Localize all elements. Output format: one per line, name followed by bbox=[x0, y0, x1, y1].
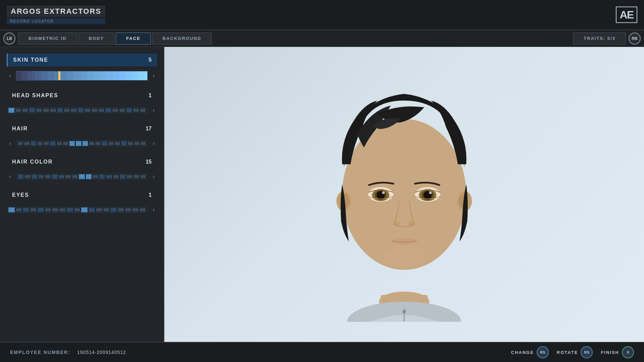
tab-face[interactable]: FACE bbox=[116, 33, 151, 45]
hair-prev[interactable]: ‹ bbox=[7, 140, 13, 147]
hair-color-prev[interactable]: ‹ bbox=[7, 173, 13, 180]
app-title: ARGOS EXTRACTORS bbox=[7, 6, 105, 17]
hair-color-slider-row: ‹ › bbox=[7, 171, 157, 185]
rotate-label: ROTATE bbox=[557, 350, 578, 355]
hair-track[interactable] bbox=[16, 141, 148, 146]
skin-tone-header[interactable]: SKIN TONE 5 bbox=[7, 54, 157, 66]
change-label: CHANGE bbox=[511, 350, 534, 355]
employee-number: 190514-2009140512 bbox=[77, 350, 126, 355]
skin-tone-slider-row: ‹ › bbox=[7, 69, 157, 86]
tab-background[interactable]: BACKGROUND bbox=[152, 33, 212, 45]
change-button[interactable]: RS bbox=[537, 346, 549, 358]
head-shapes-label: HEAD SHAPES bbox=[12, 93, 58, 99]
hair-label: HAIR bbox=[12, 126, 28, 132]
skin-tone-section: SKIN TONE 5 ‹ › bbox=[7, 54, 157, 86]
hair-color-label: HAIR COLOR bbox=[12, 159, 53, 165]
hair-slider-row: ‹ › bbox=[7, 138, 157, 152]
skin-tone-track[interactable] bbox=[16, 71, 148, 80]
skin-tone-value: 5 bbox=[149, 57, 152, 63]
tab-biometric-id[interactable]: BIOMETRIC ID bbox=[18, 33, 77, 45]
svg-point-20 bbox=[429, 191, 432, 194]
head-shapes-slider-row: › bbox=[7, 105, 157, 119]
skin-tone-prev[interactable]: ‹ bbox=[7, 72, 13, 79]
record-locator: RECORD LOCATOR bbox=[7, 18, 105, 24]
skin-tone-next[interactable]: › bbox=[150, 72, 157, 79]
character-preview bbox=[164, 47, 644, 342]
finish-button[interactable]: X bbox=[622, 346, 634, 358]
header: ARGOS EXTRACTORS RECORD LOCATOR AE bbox=[0, 0, 644, 30]
eyes-value: 1 bbox=[149, 192, 152, 198]
rotate-button[interactable]: RS bbox=[581, 346, 593, 358]
rotate-action[interactable]: ROTATE RS bbox=[557, 346, 593, 358]
head-shapes-track[interactable] bbox=[7, 108, 148, 113]
change-action[interactable]: CHANGE RS bbox=[511, 346, 549, 358]
hair-color-section: HAIR COLOR 15 ‹ bbox=[7, 156, 157, 185]
finish-action[interactable]: FINISH X bbox=[601, 346, 634, 358]
eyes-next[interactable]: › bbox=[150, 206, 157, 213]
lb-button[interactable]: LB bbox=[3, 33, 15, 45]
eyes-track[interactable] bbox=[7, 207, 148, 213]
hair-next[interactable]: › bbox=[150, 140, 157, 147]
svg-point-21 bbox=[393, 222, 400, 226]
eyes-slider-row: › bbox=[7, 204, 157, 219]
hair-color-value: 15 bbox=[146, 159, 152, 165]
head-shapes-section: HEAD SHAPES 1 bbox=[7, 89, 157, 119]
footer: EMPLOYEE NUMBER: 190514-2009140512 CHANG… bbox=[0, 342, 644, 362]
hair-color-header[interactable]: HAIR COLOR 15 bbox=[7, 156, 157, 168]
head-shapes-header[interactable]: HEAD SHAPES 1 bbox=[7, 89, 157, 102]
hair-header[interactable]: HAIR 17 bbox=[7, 122, 157, 135]
ae-logo: AE bbox=[616, 7, 637, 23]
employee-label: EMPLOYEE NUMBER: bbox=[10, 350, 70, 355]
eyes-header[interactable]: EYES 1 bbox=[7, 189, 157, 201]
hair-value: 17 bbox=[146, 126, 152, 132]
hair-color-track[interactable] bbox=[16, 174, 148, 179]
finish-label: FINISH bbox=[601, 350, 619, 355]
rb-button[interactable]: RB bbox=[629, 33, 641, 45]
hair-color-next[interactable]: › bbox=[150, 173, 157, 180]
tab-traits[interactable]: TRAITS: 0/3 bbox=[573, 33, 626, 45]
svg-point-22 bbox=[408, 222, 415, 226]
footer-actions: CHANGE RS ROTATE RS FINISH X bbox=[511, 346, 634, 358]
tab-body[interactable]: BODY bbox=[78, 33, 115, 45]
character-face-svg bbox=[310, 67, 498, 322]
title-block: ARGOS EXTRACTORS RECORD LOCATOR bbox=[7, 6, 105, 24]
nav-bar: LB BIOMETRIC ID BODY FACE BACKGROUND TRA… bbox=[0, 30, 644, 47]
character-container bbox=[164, 47, 644, 342]
left-panel: SKIN TONE 5 ‹ › bbox=[0, 47, 164, 342]
head-shapes-value: 1 bbox=[149, 93, 152, 99]
head-shapes-next[interactable]: › bbox=[150, 107, 157, 114]
eyes-label: EYES bbox=[12, 192, 29, 198]
skin-tone-label: SKIN TONE bbox=[13, 57, 48, 63]
svg-point-4 bbox=[402, 310, 406, 313]
svg-point-23 bbox=[384, 246, 424, 266]
eyes-section: EYES 1 bbox=[7, 189, 157, 219]
main-content: SKIN TONE 5 ‹ › bbox=[0, 47, 644, 342]
hair-section: HAIR 17 ‹ bbox=[7, 122, 157, 152]
svg-point-15 bbox=[382, 191, 385, 194]
